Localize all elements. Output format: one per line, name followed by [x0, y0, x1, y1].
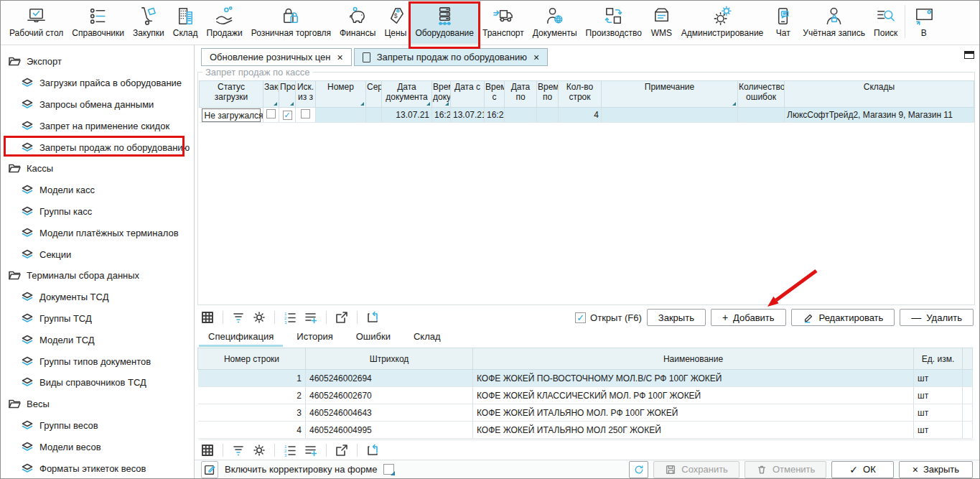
col-header-pro[interactable]: Про — [279, 81, 296, 108]
correction-checkbox[interactable] — [383, 464, 394, 475]
checkbox-unchecked[interactable] — [266, 109, 276, 118]
cell-warehouses[interactable]: ЛюксСофтТрейд2, Магазин 9, Магазин 11 — [785, 108, 974, 123]
toolbar-item-sales[interactable]: Продажи — [202, 4, 247, 44]
toolbar-item-search[interactable]: Поиск — [869, 4, 902, 44]
sidebar-folder-scales[interactable]: Весы — [1, 394, 194, 415]
sidebar-folder-tsd[interactable]: Терминалы сбора данных — [1, 265, 194, 287]
ok-button[interactable]: ✓ ОК — [831, 461, 893, 478]
toolbar-item-retail[interactable]: Розничная торговля — [247, 4, 335, 44]
col-header-series[interactable]: Сер — [366, 81, 382, 108]
edit-form-button[interactable] — [201, 461, 218, 478]
toolbar-item-equipment[interactable]: Оборудование — [411, 4, 478, 44]
cell-status[interactable]: Не загружался — [200, 108, 263, 123]
spec-row[interactable]: 2 4605246002670 КОФЕ ЖОКЕЙ КЛАССИЧЕСКИЙ … — [198, 387, 973, 404]
col-header-date-to[interactable]: Дата по — [505, 81, 537, 108]
gear-icon[interactable] — [251, 442, 268, 459]
col-header-name[interactable]: Наименование — [473, 348, 914, 370]
toolbar-item-references[interactable]: Справочники — [67, 4, 129, 44]
sidebar-item-data-exchange[interactable]: Запросы обмена данными — [1, 94, 194, 116]
sidebar-item-doc-type-groups[interactable]: Группы типов документов — [1, 350, 194, 372]
table-grid-icon[interactable] — [199, 442, 216, 459]
open-f6-toggle[interactable]: ✓ Открыт (F6) — [575, 312, 642, 323]
table-grid-icon[interactable] — [199, 309, 216, 326]
reimport-icon[interactable] — [364, 442, 381, 459]
col-header-note[interactable]: Примечание — [602, 81, 738, 108]
col-header-number[interactable]: Номер — [316, 81, 366, 108]
open-external-icon[interactable] — [333, 442, 350, 459]
filter-icon[interactable] — [230, 442, 247, 459]
cell-errors-count[interactable] — [738, 108, 785, 123]
tab-sales-ban-equipment[interactable]: Запреты продаж по оборудованию × — [354, 48, 549, 66]
cell-time-to[interactable] — [537, 108, 559, 123]
numbered-list-icon[interactable]: 123 — [281, 442, 299, 459]
cell-doc-date[interactable]: 13.07.21 — [382, 108, 432, 123]
col-header-date-from[interactable]: Дата с — [451, 81, 485, 108]
checkbox-checked[interactable]: ✓ — [575, 312, 586, 323]
col-header-unit[interactable]: Ед. изм. — [914, 348, 963, 370]
sidebar-item-cash-groups[interactable]: Группы касс — [1, 201, 194, 223]
sidebar-item-price-uploads[interactable]: Загрузки прайса в оборудование — [1, 73, 194, 94]
checkbox-checked[interactable]: ✓ — [283, 111, 292, 120]
col-header-doc-time[interactable]: Врем. докум — [432, 81, 451, 108]
cell-note[interactable] — [602, 108, 738, 123]
col-header-status[interactable]: Статус загрузки — [200, 81, 263, 108]
close-icon[interactable]: × — [533, 52, 539, 62]
col-header-isk[interactable]: Иск. из з — [296, 81, 316, 108]
window-list-icon[interactable] — [964, 51, 974, 59]
toolbar-item-wms[interactable]: WMS — [646, 4, 677, 44]
sidebar-item-sales-ban-equipment[interactable]: Запреты продаж по оборудованию — [1, 136, 194, 158]
col-header-time-from[interactable]: Врем. с — [485, 81, 505, 108]
col-header-line-number[interactable]: Номер строки — [198, 348, 306, 370]
sidebar-folder-export[interactable]: Экспорт — [1, 51, 194, 73]
add-button[interactable]: + Добавить — [711, 309, 786, 326]
tab-specification[interactable]: Спецификация — [199, 329, 283, 347]
sidebar-item-scale-models[interactable]: Модели весов — [1, 436, 194, 457]
sidebar-item-discount-ban[interactable]: Запрет на применение скидок — [1, 115, 194, 136]
reimport-icon[interactable] — [364, 309, 381, 326]
sidebar-folder-cash-registers[interactable]: Кассы — [1, 158, 194, 180]
sidebar-item-tsd-models[interactable]: Модели ТСД — [1, 329, 194, 350]
toolbar-item-truncated[interactable]: В — [908, 4, 939, 44]
list-add-icon[interactable] — [302, 309, 319, 326]
toolbar-item-warehouse[interactable]: Склад — [169, 4, 202, 44]
col-header-barcode[interactable]: Штрихкод — [306, 348, 473, 370]
col-header-doc-date[interactable]: Дата документа — [382, 81, 432, 108]
sidebar-item-tsd-groups[interactable]: Группы ТСД — [1, 308, 194, 330]
cell-date-from[interactable]: 13.07.21 — [451, 108, 485, 123]
toolbar-item-desktop[interactable]: Рабочий стол — [5, 4, 67, 44]
sidebar-item-terminal-models[interactable]: Модели платёжных терминалов — [1, 222, 194, 243]
toolbar-item-finance[interactable]: Финансы — [335, 4, 380, 44]
cell-pro[interactable]: ✓ — [279, 108, 296, 123]
toolbar-item-transport[interactable]: Транспорт — [478, 4, 528, 44]
numbered-list-icon[interactable]: 123 — [281, 309, 299, 326]
delete-button[interactable]: — Удалить — [900, 309, 974, 326]
cell-series[interactable] — [366, 108, 382, 123]
close-record-button[interactable]: Закрыть — [647, 309, 706, 326]
cell-isk[interactable] — [296, 108, 316, 123]
gear-icon[interactable] — [251, 309, 268, 326]
list-add-icon[interactable] — [302, 442, 319, 459]
toolbar-item-purchases[interactable]: Закупки — [129, 4, 169, 44]
spec-row[interactable]: 4 4605246004995 КОФЕ ЖОКЕЙ ИТАЛЬЯНО МОЛ … — [198, 422, 973, 439]
spec-row[interactable]: 1 4605246002694 КОФЕ ЖОКЕЙ ПО-ВОСТОЧНОМУ… — [198, 370, 973, 387]
tab-history[interactable]: История — [287, 329, 342, 347]
cancel-button[interactable]: Отменить — [745, 461, 826, 478]
edit-button[interactable]: Редактировать — [791, 309, 895, 326]
col-header-zakr[interactable]: Закр — [263, 81, 279, 108]
close-button[interactable]: × Закрыть — [899, 461, 973, 478]
col-header-rows-count[interactable]: Кол-во строк — [559, 81, 602, 108]
tab-retail-price-update[interactable]: Обновление розничных цен × — [201, 48, 352, 66]
save-button[interactable]: Сохранить — [653, 461, 739, 478]
tab-errors[interactable]: Ошибки — [347, 329, 400, 347]
toolbar-item-documents[interactable]: Документы — [528, 4, 582, 44]
cell-zakr[interactable] — [263, 108, 279, 123]
sidebar-item-tsd-ref-types[interactable]: Виды справочников ТСД — [1, 372, 194, 394]
refresh-button[interactable] — [629, 461, 648, 478]
sidebar-item-cash-models[interactable]: Модели касс — [1, 180, 194, 201]
cell-time-from[interactable]: 16:22 — [485, 108, 505, 123]
tab-warehouse[interactable]: Склад — [404, 329, 450, 347]
col-header-warehouses[interactable]: Склады — [785, 81, 974, 108]
cell-date-to[interactable] — [505, 108, 537, 123]
toolbar-item-production[interactable]: Производство — [582, 4, 646, 44]
toolbar-item-prices[interactable]: $ Цены — [380, 4, 411, 44]
